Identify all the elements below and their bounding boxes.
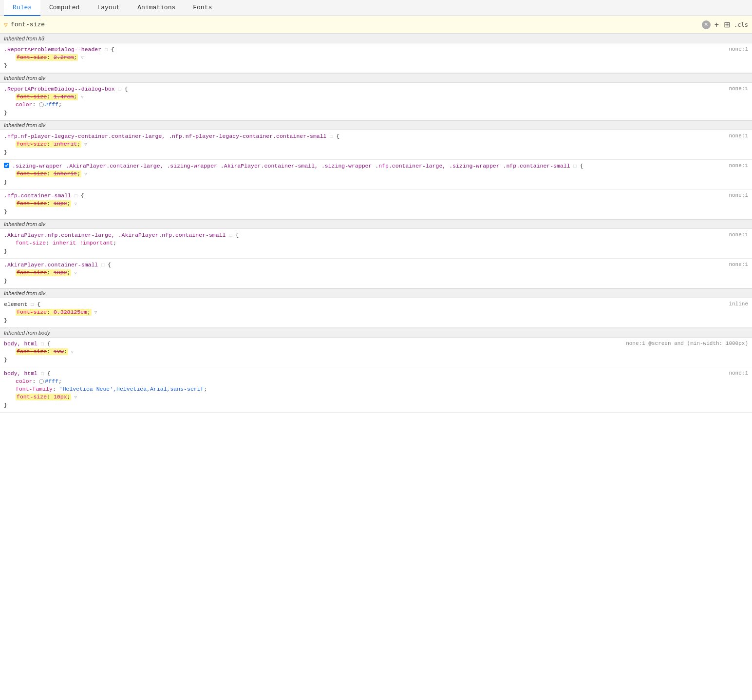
rule-selector-line: .nfp.container-small □ {none:1 — [0, 191, 752, 200]
rule-close-brace: } — [0, 316, 752, 325]
rule-selector-line: .sizing-wrapper .AkiraPlayer.container-l… — [0, 162, 752, 170]
prop-line-rule-5-0: font-size: 18px;▽ — [0, 200, 752, 208]
rule-block-rule-5: .nfp.container-small □ {none:1font-size:… — [0, 189, 752, 219]
prop-filter-icon[interactable]: ▽ — [81, 55, 83, 60]
rule-block-rule-1: .ReportAProblemDialog--header □ {none:1f… — [0, 43, 752, 73]
section-header-section-div-2: Inherited from div — [0, 120, 752, 130]
rule-close-brace: } — [0, 178, 752, 187]
prop-name: color — [16, 101, 33, 108]
prop-name: font-size — [17, 348, 47, 355]
tab-fonts[interactable]: Fonts — [184, 0, 221, 16]
rule-selector-line: .ReportAProblemDialog--dialog-box □ {non… — [0, 85, 752, 93]
prop-name: font-size — [17, 94, 47, 100]
toolbar-icons: + ⊞ .cls — [714, 19, 748, 30]
filter-bar: ▽ ✕ + ⊞ .cls — [0, 16, 752, 34]
prop-line-rule-3-0: font-size: inherit;▽ — [0, 140, 752, 148]
prop-line-rule-2-1: color: #fff; — [0, 101, 752, 109]
prop-name: color — [16, 378, 33, 384]
rule-close-brace: } — [0, 401, 752, 410]
rule-selector-rule-5[interactable]: .nfp.container-small □ { — [4, 192, 723, 199]
tabs-bar: RulesComputedLayoutAnimationsFonts — [0, 0, 752, 16]
rule-selector-rule-6[interactable]: .AkiraPlayer.nfp.container-large, .Akira… — [4, 232, 723, 238]
rule-close-brace: } — [0, 61, 752, 71]
prop-filter-icon[interactable]: ▽ — [74, 395, 76, 400]
rule-close-brace: } — [0, 208, 752, 217]
rule-block-rule-3: .nfp.nf-player-legacy-container.containe… — [0, 130, 752, 160]
prop-filter-icon[interactable]: ▽ — [94, 310, 97, 315]
prop-line-rule-9-0: font-size: 1vw;▽ — [0, 348, 752, 356]
prop-line-rule-8-0: font-size: 0.328125em;▽ — [0, 308, 752, 316]
rule-block-rule-9: body, html □ {none:1 @screen and (min-wi… — [0, 338, 752, 367]
rule-selector-rule-7[interactable]: .AkiraPlayer.container-small □ { — [4, 262, 723, 268]
rule-selector-line: .AkiraPlayer.nfp.container-large, .Akira… — [0, 231, 752, 239]
rule-origin-rule-4: none:1 — [729, 163, 748, 169]
rule-selector-line: body, html □ {none:1 @screen and (min-wi… — [0, 340, 752, 348]
prop-name: font-size — [17, 269, 47, 276]
rule-block-rule-4: .sizing-wrapper .AkiraPlayer.container-l… — [0, 160, 752, 189]
prop-filter-icon[interactable]: ▽ — [74, 201, 76, 207]
prop-name: font-size — [16, 240, 46, 246]
tab-layout[interactable]: Layout — [88, 0, 129, 16]
prop-name: font-size — [17, 141, 47, 147]
filter-input[interactable] — [11, 21, 699, 28]
new-style-rule-button[interactable]: ⊞ — [723, 19, 731, 30]
prop-name: font-size — [17, 309, 47, 315]
prop-filter-icon[interactable]: ▽ — [81, 95, 83, 100]
prop-value: inherit — [54, 141, 77, 147]
prop-line-rule-4-0: font-size: inherit;▽ — [0, 170, 752, 178]
prop-name: font-size — [17, 54, 47, 60]
section-header-section-h3: Inherited from h3 — [0, 34, 752, 43]
tab-rules[interactable]: Rules — [4, 0, 40, 16]
prop-filter-icon[interactable]: ▽ — [84, 142, 87, 147]
prop-value: 18px — [54, 269, 67, 276]
rule-selector-rule-1[interactable]: .ReportAProblemDialog--header □ { — [4, 46, 723, 53]
section-header-section-div-1: Inherited from div — [0, 73, 752, 83]
rule-selector-line: .nfp.nf-player-legacy-container.containe… — [0, 132, 752, 140]
rule-selector-rule-10[interactable]: body, html □ { — [4, 370, 723, 377]
section-header-section-div-4: Inherited from div — [0, 288, 752, 298]
rule-selector-line: element □ {inline — [0, 300, 752, 308]
rule-selector-line: body, html □ {none:1 — [0, 369, 752, 378]
rule-origin-rule-9: none:1 @screen and (min-width: 1000px) — [626, 341, 748, 346]
rule-origin-rule-5: none:1 — [729, 192, 748, 198]
prop-filter-icon[interactable]: ▽ — [74, 270, 76, 276]
rule-close-brace: } — [0, 148, 752, 157]
rule-selector-rule-4[interactable]: .sizing-wrapper .AkiraPlayer.container-l… — [12, 163, 723, 169]
prop-value: 1vw — [54, 348, 64, 355]
tab-animations[interactable]: Animations — [129, 0, 184, 16]
prop-value: #fff — [39, 378, 58, 384]
rule-selector-line: .AkiraPlayer.container-small □ {none:1 — [0, 261, 752, 269]
rule-origin-rule-8: inline — [729, 301, 748, 307]
rule-selector-rule-3[interactable]: .nfp.nf-player-legacy-container.containe… — [4, 133, 723, 139]
cls-button[interactable]: .cls — [734, 21, 748, 28]
add-rule-button[interactable]: + — [714, 19, 720, 30]
rule-origin-rule-6: none:1 — [729, 232, 748, 238]
prop-line-rule-10-2: font-size: 10px;▽ — [0, 393, 752, 401]
prop-name: font-size — [17, 170, 47, 177]
prop-value: #fff — [39, 101, 58, 108]
prop-value: 'Helvetica Neue',Helvetica,Arial,sans-se… — [59, 386, 204, 392]
color-swatch — [39, 102, 44, 107]
rule-origin-rule-7: none:1 — [729, 262, 748, 267]
prop-line-rule-1-0: font-size: 2.2rem;▽ — [0, 54, 752, 61]
rule-selector-rule-2[interactable]: .ReportAProblemDialog--dialog-box □ { — [4, 86, 723, 92]
prop-line-rule-7-0: font-size: 18px;▽ — [0, 269, 752, 277]
rule-selector-rule-8[interactable]: element □ { — [4, 301, 723, 307]
prop-line-rule-2-0: font-size: 1.4rem;▽ — [0, 93, 752, 101]
tab-computed[interactable]: Computed — [40, 0, 88, 16]
rule-checkbox-rule-4[interactable] — [4, 163, 9, 168]
prop-value: 2.2rem — [54, 54, 74, 60]
rule-origin-rule-1: none:1 — [729, 46, 748, 52]
rule-selector-rule-9[interactable]: body, html □ { — [4, 341, 620, 347]
rule-block-rule-2: .ReportAProblemDialog--dialog-box □ {non… — [0, 83, 752, 120]
filter-clear-button[interactable]: ✕ — [702, 20, 711, 29]
prop-value: 1.4rem — [54, 94, 74, 100]
section-header-section-body: Inherited from body — [0, 328, 752, 338]
prop-value: 10px — [54, 394, 67, 400]
prop-filter-icon[interactable]: ▽ — [71, 349, 74, 355]
filter-funnel-icon: ▽ — [4, 21, 8, 29]
rule-origin-rule-10: none:1 — [729, 370, 748, 376]
prop-filter-icon[interactable]: ▽ — [84, 171, 87, 177]
rule-block-rule-10: body, html □ {none:1color: #fff;font-fam… — [0, 367, 752, 413]
rule-close-brace: } — [0, 356, 752, 365]
